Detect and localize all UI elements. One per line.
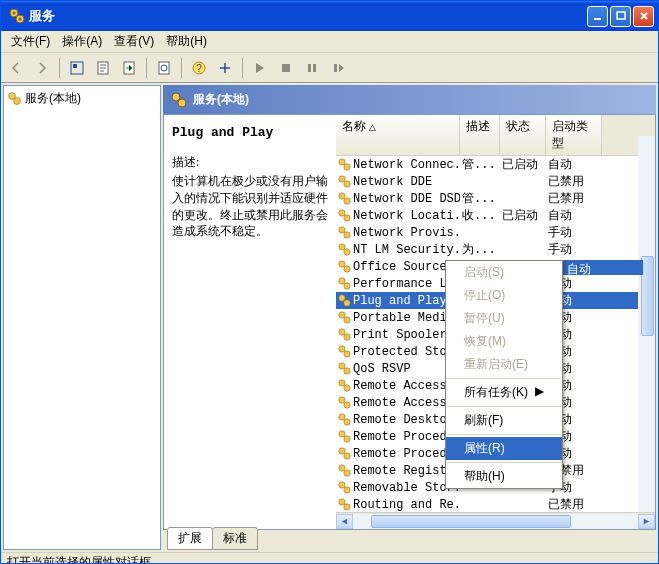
close-button[interactable] xyxy=(633,6,654,27)
svg-rect-17 xyxy=(334,64,337,72)
back-button[interactable] xyxy=(5,57,27,79)
menu-resume[interactable]: 恢复(M) xyxy=(446,330,562,353)
svg-point-45 xyxy=(344,351,350,357)
tree-root-item[interactable]: 服务(本地) xyxy=(8,90,156,107)
vertical-scrollbar[interactable] xyxy=(638,136,655,512)
export-button[interactable] xyxy=(118,57,140,79)
service-name: Remote Access .. xyxy=(353,379,460,393)
service-icon xyxy=(338,277,351,290)
service-name: Portable Media.. xyxy=(353,311,460,325)
svg-point-22 xyxy=(339,159,345,165)
column-startup[interactable]: 启动类型 xyxy=(546,115,602,155)
column-desc[interactable]: 描述 xyxy=(460,115,500,155)
service-icon xyxy=(338,311,351,324)
hscroll-thumb[interactable] xyxy=(371,515,571,528)
menu-bar: 文件(F) 操作(A) 查看(V) 帮助(H) xyxy=(1,31,658,53)
table-row[interactable]: Network Connec..管...已启动自动 xyxy=(336,156,655,173)
column-name[interactable]: 名称 △ xyxy=(336,115,460,155)
scroll-left-button[interactable]: ◄ xyxy=(336,514,353,529)
toolbar: ? xyxy=(1,53,658,83)
service-name: Performance Lo.. xyxy=(353,277,460,291)
table-row[interactable]: Network DDE已禁用 xyxy=(336,173,655,190)
menu-action[interactable]: 操作(A) xyxy=(56,31,108,52)
svg-point-35 xyxy=(344,266,350,272)
service-name: QoS RSVP xyxy=(353,362,411,376)
service-startup: 手动 xyxy=(546,241,602,258)
stop-button[interactable] xyxy=(275,57,297,79)
svg-point-34 xyxy=(339,261,345,267)
svg-rect-7 xyxy=(73,64,77,68)
context-menu: 启动(S) 停止(O) 暂停(U) 恢复(M) 重新启动(E) 所有任务(K)▶… xyxy=(445,260,563,489)
help-button[interactable]: ? xyxy=(188,57,210,79)
title-bar: 服务 xyxy=(1,1,658,31)
menu-file[interactable]: 文件(F) xyxy=(5,31,56,52)
maximize-button[interactable] xyxy=(610,6,631,27)
service-icon xyxy=(338,362,351,375)
menu-stop[interactable]: 停止(O) xyxy=(446,284,562,307)
tree-root-label: 服务(本地) xyxy=(25,90,81,107)
svg-point-48 xyxy=(339,380,345,386)
svg-point-58 xyxy=(339,465,345,471)
toolbar-button-1[interactable] xyxy=(66,57,88,79)
menu-help[interactable]: 帮助(H) xyxy=(160,31,213,52)
menu-all-tasks[interactable]: 所有任务(K)▶ xyxy=(446,381,562,404)
svg-point-39 xyxy=(344,300,350,306)
svg-point-25 xyxy=(344,181,350,187)
forward-button[interactable] xyxy=(31,57,53,79)
tree-panel: 服务(本地) xyxy=(3,85,161,550)
refresh-button[interactable] xyxy=(153,57,175,79)
service-icon xyxy=(338,498,351,511)
restart-button[interactable] xyxy=(327,57,349,79)
menu-restart[interactable]: 重新启动(E) xyxy=(446,353,562,376)
table-row[interactable]: Network DDE DSDM管...已禁用 xyxy=(336,190,655,207)
svg-text:?: ? xyxy=(196,63,202,74)
service-name: Network DDE DSDM xyxy=(353,192,460,206)
svg-point-33 xyxy=(344,249,350,255)
service-name: Remote Access .. xyxy=(353,396,460,410)
table-row[interactable]: Network Locati..收...已启动自动 xyxy=(336,207,655,224)
svg-point-41 xyxy=(344,317,350,323)
menu-properties[interactable]: 属性(R) xyxy=(446,437,562,460)
service-status: 已启动 xyxy=(500,207,546,224)
tab-bar: 扩展 标准 xyxy=(163,530,656,550)
service-startup: 已禁用 xyxy=(546,496,602,513)
tab-extended[interactable]: 扩展 xyxy=(167,527,213,550)
svg-point-42 xyxy=(339,329,345,335)
svg-rect-4 xyxy=(594,18,601,20)
horizontal-scrollbar[interactable]: ◄ ► xyxy=(336,512,655,529)
service-status: 已启动 xyxy=(500,156,546,173)
svg-point-37 xyxy=(344,283,350,289)
table-row[interactable]: Routing and Re..已禁用 xyxy=(336,496,655,513)
svg-point-36 xyxy=(339,278,345,284)
menu-refresh[interactable]: 刷新(F) xyxy=(446,409,562,432)
start-button[interactable] xyxy=(249,57,271,79)
service-name: Remote Registry xyxy=(353,464,460,478)
svg-point-57 xyxy=(344,453,350,459)
table-row[interactable]: Network Provis..手动 xyxy=(336,224,655,241)
menu-pause[interactable]: 暂停(U) xyxy=(446,307,562,330)
column-status[interactable]: 状态 xyxy=(500,115,546,155)
svg-point-63 xyxy=(344,504,350,510)
menu-help[interactable]: 帮助(H) xyxy=(446,465,562,488)
service-name: Remote Procedu.. xyxy=(353,430,460,444)
svg-point-21 xyxy=(178,99,186,107)
service-icon xyxy=(338,209,351,222)
svg-point-55 xyxy=(344,436,350,442)
svg-point-30 xyxy=(339,227,345,233)
pause-button[interactable] xyxy=(301,57,323,79)
tab-standard[interactable]: 标准 xyxy=(212,527,258,550)
svg-point-2 xyxy=(13,12,16,15)
minimize-button[interactable] xyxy=(587,6,608,27)
properties-button[interactable] xyxy=(92,57,114,79)
service-name: Network Provis.. xyxy=(353,226,460,240)
services-icon xyxy=(171,92,187,108)
menu-start[interactable]: 启动(S) xyxy=(446,261,562,284)
service-icon xyxy=(338,464,351,477)
scroll-right-button[interactable]: ► xyxy=(638,514,655,529)
svg-point-51 xyxy=(344,402,350,408)
toolbar-button-2[interactable] xyxy=(214,57,236,79)
menu-view[interactable]: 查看(V) xyxy=(108,31,160,52)
detail-panel: Plug and Play 描述: 使计算机在极少或没有用户输入的情况下能识别并… xyxy=(164,115,336,529)
table-row[interactable]: NT LM Security...为...手动 xyxy=(336,241,655,258)
description-text: 使计算机在极少或没有用户输入的情况下能识别并适应硬件的更改。终止或禁用此服务会造… xyxy=(172,173,328,240)
